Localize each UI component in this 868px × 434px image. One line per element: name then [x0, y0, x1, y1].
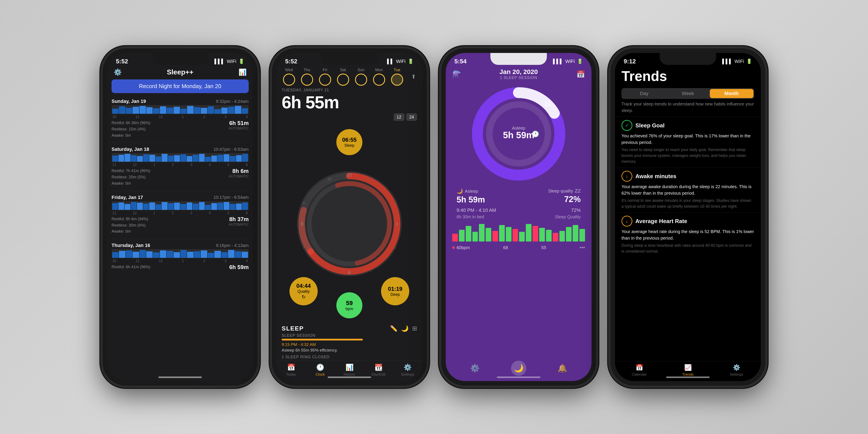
seg-month[interactable]: Month	[710, 89, 753, 98]
sleep-btn-3[interactable]: 🌙	[511, 361, 526, 376]
p2-sleep-label: SLEEP	[282, 325, 304, 332]
zz-icon-3: ZZ	[575, 188, 581, 194]
p3-bpm-row: 60bpm 68 55 •••	[446, 244, 592, 251]
p4-tab-calendar[interactable]: 📅 Calendar	[615, 364, 663, 377]
add-icon[interactable]: ⊞	[412, 325, 417, 332]
p3-quality-block: Sleep quality ZZ 72%	[548, 188, 581, 204]
chart-icon-1[interactable]: 📊	[239, 68, 247, 76]
svg-text:6: 6	[348, 270, 350, 275]
week-ring-fri[interactable]	[319, 73, 331, 86]
week-day-sat: Sat	[337, 68, 349, 86]
week-day-wed: Wed	[283, 68, 295, 86]
bar-8	[499, 225, 505, 242]
seg-day[interactable]: Day	[622, 89, 666, 98]
week-ring-sat[interactable]	[337, 73, 349, 86]
p3-flask-icon[interactable]: ⚗️	[452, 70, 461, 78]
p3-header: ⚗️ Jan 20, 2020 1 SLEEP SESSION 📅	[446, 66, 592, 82]
bubble-quality[interactable]: 04:44 Quality ↻	[289, 277, 318, 305]
signal-icon-4: ▌▌▌	[722, 59, 733, 64]
week-ring-mon[interactable]	[373, 73, 385, 86]
tab-today-label: Today	[286, 372, 296, 377]
phone-4: 9:12 ▌▌▌ WiFi 🔋 Trends Day Week Month	[610, 48, 766, 386]
tab-history[interactable]: 📊 History	[335, 364, 364, 377]
bar-5	[479, 224, 485, 242]
bubble-bpm-label: bpm	[345, 307, 353, 311]
trend-summary-awake: Your average awake duration during the s…	[621, 183, 754, 196]
p4-segment-control: Day Week Month	[621, 88, 754, 99]
moon-icon[interactable]: 🌙	[401, 325, 409, 332]
sleep-chart-thursday[interactable]	[112, 249, 249, 258]
toggle-24hr[interactable]: 24	[406, 113, 417, 121]
day-entry-sunday: Sunday, Jan 19 9:32pm - 4:24am	[107, 96, 253, 141]
p2-toggle-row: 12 24	[276, 113, 422, 123]
more-icon[interactable]: •••	[580, 245, 585, 251]
p4-trends-label: Trends	[682, 372, 693, 377]
p3-bed-row: 6h 30m in bed Sleep Quality	[446, 214, 592, 220]
bubble-deep[interactable]: 01:19 Deep	[381, 277, 409, 305]
record-button[interactable]: Record Night for Monday, Jan 20	[112, 80, 249, 93]
trend-title-sleep: Sleep Goal	[636, 122, 664, 129]
p2-session-desc: 9:15 PM - 4:32 AM	[282, 342, 417, 347]
week-day-tue: Tue	[391, 68, 403, 86]
sleep-chart-friday[interactable]	[112, 201, 249, 210]
p2-duration-large: 6h 55m	[282, 92, 417, 113]
week-ring-thu[interactable]	[301, 73, 313, 86]
p4-tab-trends[interactable]: 📈 Trends	[663, 364, 712, 377]
wifi-icon-1: WiFi	[227, 59, 236, 64]
tab-clock[interactable]: 🕐 Clock	[306, 364, 335, 377]
p3-bar-chart	[446, 220, 592, 244]
bar-9	[506, 227, 512, 242]
sleep-chart-saturday[interactable]	[112, 153, 249, 162]
week-ring-wed[interactable]	[283, 73, 295, 86]
week-day-mon: Mon	[373, 68, 385, 86]
edit-icon[interactable]: ✏️	[390, 325, 398, 332]
settings-icon-1[interactable]: ⚙️	[114, 68, 122, 76]
p3-quality-text: Sleep Quality	[555, 214, 581, 219]
p3-date-text: Jan 20, 2020	[499, 68, 538, 75]
week-day-sun: Sun	[355, 68, 367, 86]
settings-btn-3[interactable]: ⚙️	[470, 364, 480, 373]
tab-settings[interactable]: ⚙️ Settings	[393, 364, 422, 377]
p3-calendar-icon[interactable]: 📅	[576, 70, 585, 78]
p4-trends-icon: 📈	[684, 364, 692, 371]
day-time-sunday: 9:32pm - 4:24am	[216, 99, 249, 104]
phone-4-screen: 9:12 ▌▌▌ WiFi 🔋 Trends Day Week Month	[615, 53, 761, 381]
bubble-bpm-val: 59	[346, 300, 352, 307]
notch-4	[660, 53, 716, 65]
notch-2	[321, 53, 378, 65]
day-header-sunday: Sunday, Jan 19 9:32pm - 4:24am	[112, 98, 249, 104]
trend-title-hr: Average Heart Rate	[636, 218, 687, 225]
p3-time-range: 9:40 PM - 4:10 AM	[457, 208, 496, 213]
tab-today[interactable]: 📅 Today	[276, 364, 306, 377]
week-ring-tue[interactable]	[391, 73, 403, 86]
sleep-chart-sunday[interactable]	[112, 105, 249, 114]
bubble-deep-label: Deep	[391, 292, 400, 297]
p4-intro-text: Track your sleep trends to understand ho…	[615, 101, 761, 117]
bubble-sleep[interactable]: 06:55 Sleep	[336, 129, 362, 155]
week-row: Wed Thu Fri Sat	[276, 66, 422, 87]
bar-14	[539, 228, 545, 242]
week-ring-sun[interactable]	[355, 73, 367, 86]
asleep-value: 5h 59m	[457, 195, 485, 205]
bar-1	[452, 234, 458, 242]
ring-closed-label: 1 SLEEP RING CLOSED	[276, 355, 422, 361]
toggle-12hr[interactable]: 12	[394, 113, 404, 121]
wifi-icon-4: WiFi	[735, 59, 744, 64]
bar-7	[492, 231, 498, 242]
donut-svg: ZZ 🕐 Asleep 5h 59m	[471, 86, 566, 182]
p3-stats-row: 🌙 Asleep 5h 59m Sleep quality ZZ 72%	[446, 186, 592, 207]
trend-detail-hr: During sleep a slow heartbeat with rates…	[621, 243, 754, 254]
bar-6	[486, 228, 491, 242]
seg-week[interactable]: Week	[666, 89, 710, 98]
p3-asleep-block: 🌙 Asleep 5h 59m	[457, 188, 485, 205]
svg-text:2: 2	[371, 177, 373, 181]
p4-tab-settings[interactable]: ⚙️ Settings	[712, 364, 761, 377]
bubble-bpm[interactable]: 59 bpm	[336, 292, 362, 318]
day-entry-thursday: Thursday, Jan 16 9:16pm - 4:13am	[107, 241, 253, 273]
bell-btn-3[interactable]: 🔔	[557, 364, 567, 373]
trend-icon-awake: ↓	[621, 171, 632, 182]
tab-dayedit-label: Day/Edit	[372, 372, 385, 377]
battery-icon-1: 🔋	[239, 59, 244, 64]
share-icon[interactable]: ⬆	[409, 73, 416, 80]
tab-dayedit[interactable]: 📆 Day/Edit	[364, 364, 393, 377]
